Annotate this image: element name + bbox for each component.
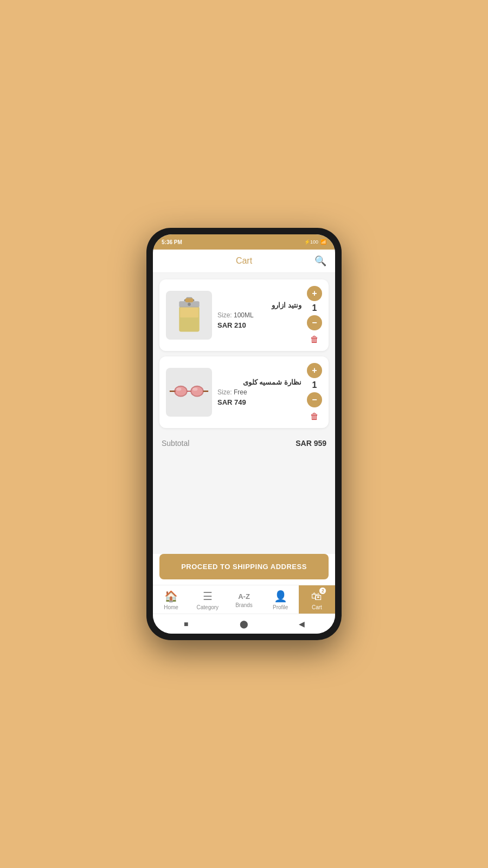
brands-label: Brands <box>235 602 253 608</box>
cart-item-2: نظارة شمسيه كلوى Size: Free SAR 749 + 1 … <box>159 356 329 428</box>
nav-brands[interactable]: A-Z Brands <box>226 585 262 614</box>
home-icon: 🏠 <box>164 590 178 603</box>
nav-category[interactable]: ☰ Category <box>189 585 226 614</box>
subtotal-row: Subtotal SAR 959 <box>159 433 329 453</box>
subtotal-label: Subtotal <box>162 439 189 448</box>
search-icon[interactable]: 🔍 <box>314 255 326 267</box>
cart-item-1: ونتيد ازارو Size: 100ML SAR 210 + 1 − 🗑 <box>159 279 329 351</box>
decrease-qty-1[interactable]: − <box>307 315 322 330</box>
android-nav: ■ ⬤ ◀ <box>153 614 335 634</box>
delete-item-1[interactable]: 🗑 <box>310 335 319 344</box>
status-time: 5:36 PM <box>162 239 182 245</box>
category-icon: ☰ <box>203 590 213 603</box>
cart-content: ونتيد ازارو Size: 100ML SAR 210 + 1 − 🗑 <box>153 273 335 554</box>
item-size-2: Size: Free <box>217 388 301 396</box>
home-label: Home <box>164 604 178 610</box>
qty-value-1: 1 <box>312 303 317 313</box>
item-image-sunglasses <box>166 368 212 417</box>
increase-qty-2[interactable]: + <box>307 363 322 378</box>
phone-frame: 5:36 PM ⚡100 📶 Cart 🔍 <box>146 228 342 640</box>
cart-badge-container: 🛍 2 <box>311 590 322 603</box>
delete-item-2[interactable]: 🗑 <box>310 412 319 422</box>
item-controls-1: + 1 − 🗑 <box>307 286 322 344</box>
profile-icon: 👤 <box>274 590 287 603</box>
proceed-button[interactable]: PROCEED TO SHIPPING ADDRESS <box>159 554 329 579</box>
item-size-1: Size: 100ML <box>217 311 301 319</box>
svg-rect-6 <box>185 298 193 302</box>
subtotal-value: SAR 959 <box>296 439 326 448</box>
cart-label: Cart <box>312 604 322 610</box>
svg-point-5 <box>188 303 191 306</box>
bottom-nav: 🏠 Home ☰ Category A-Z Brands 👤 Profile 🛍… <box>153 585 335 614</box>
svg-point-12 <box>176 388 181 391</box>
android-circle-btn[interactable]: ⬤ <box>239 618 249 629</box>
svg-point-10 <box>191 386 203 397</box>
page-title: Cart <box>236 256 252 266</box>
item-name-2: نظارة شمسيه كلوى <box>217 378 301 386</box>
item-details-2: نظارة شمسيه كلوى Size: Free SAR 749 <box>217 378 301 406</box>
item-price-2: SAR 749 <box>217 398 301 406</box>
svg-point-13 <box>192 388 197 391</box>
item-name-1: ونتيد ازارو <box>217 301 301 309</box>
phone-screen: 5:36 PM ⚡100 📶 Cart 🔍 <box>153 234 335 634</box>
svg-point-8 <box>175 386 187 397</box>
item-controls-2: + 1 − 🗑 <box>307 363 322 422</box>
nav-cart[interactable]: 🛍 2 Cart <box>299 585 335 614</box>
item-price-1: SAR 210 <box>217 321 301 329</box>
increase-qty-1[interactable]: + <box>307 286 322 301</box>
status-bar: 5:36 PM ⚡100 📶 <box>153 234 335 250</box>
profile-label: Profile <box>273 604 288 610</box>
android-back-btn[interactable]: ◀ <box>297 618 307 629</box>
svg-rect-3 <box>180 307 198 317</box>
battery-icon: ⚡100 <box>304 239 318 245</box>
wifi-icon: 📶 <box>320 239 326 245</box>
item-details-1: ونتيد ازارو Size: 100ML SAR 210 <box>217 301 301 329</box>
decrease-qty-2[interactable]: − <box>307 392 322 407</box>
content-spacer <box>159 458 329 547</box>
header: Cart 🔍 <box>153 250 335 273</box>
cart-badge: 2 <box>319 587 326 595</box>
item-image-perfume <box>166 291 212 340</box>
qty-value-2: 1 <box>312 380 317 390</box>
brands-icon: A-Z <box>238 592 250 601</box>
android-square-btn[interactable]: ■ <box>181 618 191 629</box>
category-label: Category <box>197 604 219 610</box>
nav-profile[interactable]: 👤 Profile <box>262 585 299 614</box>
nav-home[interactable]: 🏠 Home <box>153 585 189 614</box>
status-icons: ⚡100 📶 <box>304 239 326 245</box>
